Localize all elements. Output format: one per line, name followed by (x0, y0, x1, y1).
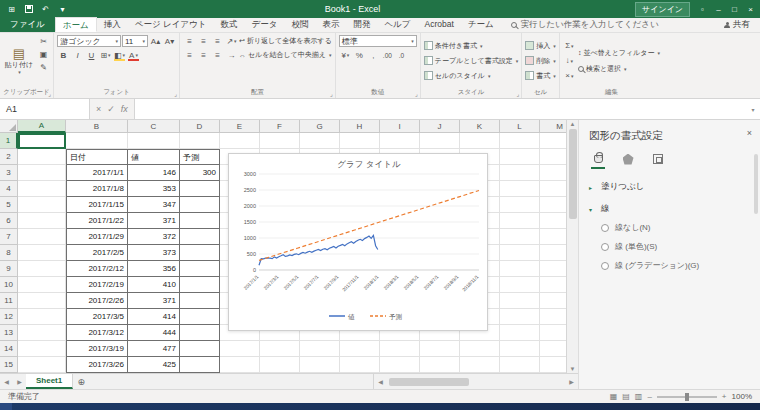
italic-button[interactable]: I (71, 49, 84, 61)
format-as-table-button[interactable]: テーブルとして書式設定▾ (424, 55, 519, 67)
wrap-text-button[interactable]: ↩ 折り返して全体を表示する (239, 35, 332, 47)
cell[interactable]: 2017/1/29 (66, 229, 128, 245)
align-bottom-icon[interactable]: ≡ (211, 35, 224, 47)
tell-me-box[interactable]: 実行したい作業を入力してください (511, 17, 659, 32)
cell[interactable] (500, 181, 540, 197)
cell[interactable] (18, 325, 66, 341)
fill-line-tab[interactable] (591, 152, 605, 166)
cell[interactable]: 2017/2/19 (66, 277, 128, 293)
row-header[interactable]: 12 (0, 309, 18, 325)
cell[interactable]: 予測 (180, 149, 220, 165)
decrease-font-icon[interactable]: A▾ (163, 35, 176, 47)
cell[interactable] (540, 357, 566, 373)
normal-view-button[interactable]: ▦ (610, 392, 618, 401)
cell[interactable]: 2017/3/5 (66, 309, 128, 325)
cell[interactable]: 2017/1/15 (66, 197, 128, 213)
vertical-scrollbar[interactable]: ▲ ▼ (566, 120, 578, 373)
cell[interactable] (500, 261, 540, 277)
align-top-icon[interactable]: ≡ (183, 35, 196, 47)
cell[interactable]: 2017/3/19 (66, 341, 128, 357)
cell[interactable] (180, 181, 220, 197)
ribbon-tab[interactable]: ページ レイアウト (128, 17, 214, 32)
column-header[interactable]: G (300, 120, 340, 133)
cell[interactable] (220, 357, 260, 373)
zoom-level[interactable]: 100% (732, 392, 752, 401)
line-section-header[interactable]: ▾ 線 (579, 196, 760, 218)
delete-cells-button[interactable]: 削除▾ (525, 55, 556, 67)
tab-file[interactable]: ファイル (0, 17, 55, 32)
cell[interactable] (340, 341, 380, 357)
decrease-decimal-icon[interactable]: .0 (395, 49, 408, 61)
ribbon-tab[interactable]: 校閲 (284, 17, 315, 32)
add-sheet-button[interactable]: ⊕ (73, 374, 89, 389)
align-right-icon[interactable]: ≡ (211, 49, 224, 61)
cell[interactable] (420, 341, 460, 357)
cell[interactable] (540, 197, 566, 213)
cell[interactable] (540, 133, 566, 149)
cell[interactable]: 2017/3/12 (66, 325, 128, 341)
cell[interactable] (260, 341, 300, 357)
cell[interactable]: 2017/1/8 (66, 181, 128, 197)
cell[interactable] (540, 341, 566, 357)
autosum-icon[interactable]: Σ▾ (563, 40, 576, 52)
number-dialog-launcher-icon[interactable]: ⌟ (415, 90, 418, 97)
cell[interactable] (18, 357, 66, 373)
increase-font-icon[interactable]: A▴ (149, 35, 162, 47)
row-header[interactable]: 15 (0, 357, 18, 373)
cell[interactable] (180, 261, 220, 277)
cell[interactable] (420, 357, 460, 373)
cell[interactable]: 477 (128, 341, 180, 357)
column-header[interactable]: F (260, 120, 300, 133)
cell[interactable] (500, 229, 540, 245)
cell[interactable] (460, 133, 500, 149)
zoom-slider-thumb[interactable] (685, 393, 689, 401)
cell[interactable]: 2017/1/1 (66, 165, 128, 181)
format-painter-icon[interactable]: ✎ (37, 61, 50, 73)
radio-option[interactable]: 線 (単色)(S) (579, 237, 760, 256)
zoom-in-button[interactable]: + (722, 392, 727, 401)
cell[interactable]: 373 (128, 245, 180, 261)
cell[interactable] (18, 181, 66, 197)
cell[interactable] (500, 133, 540, 149)
cell[interactable]: 146 (128, 165, 180, 181)
sheet-nav-left-icon[interactable]: ◀ (0, 374, 13, 389)
radio-icon[interactable] (601, 262, 609, 270)
scroll-up-icon[interactable]: ▲ (570, 121, 576, 127)
number-format-select[interactable]: 標準▾ (339, 35, 417, 47)
clipboard-dialog-launcher-icon[interactable]: ⌟ (48, 90, 51, 97)
align-left-icon[interactable]: ≡ (183, 49, 196, 61)
ribbon-tab[interactable]: 開発 (346, 17, 377, 32)
cell[interactable] (180, 277, 220, 293)
cell[interactable] (500, 213, 540, 229)
windows-taskbar[interactable] (0, 403, 760, 410)
cell[interactable] (380, 357, 420, 373)
cell[interactable] (540, 149, 566, 165)
row-header[interactable]: 14 (0, 341, 18, 357)
row-header[interactable]: 8 (0, 245, 18, 261)
cell[interactable]: 347 (128, 197, 180, 213)
radio-option[interactable]: 線 (グラデーション)(G) (579, 256, 760, 275)
signin-button[interactable]: サインイン (635, 2, 690, 17)
horizontal-scrollbar[interactable]: ◀ ▶ (373, 374, 578, 389)
pane-scroll-thumb[interactable] (754, 154, 758, 214)
column-header[interactable]: I (380, 120, 420, 133)
cell[interactable] (540, 325, 566, 341)
alignment-dialog-launcher-icon[interactable]: ⌟ (330, 90, 333, 97)
cell[interactable] (180, 293, 220, 309)
cell[interactable] (460, 357, 500, 373)
cell[interactable]: 300 (180, 165, 220, 181)
cell[interactable] (180, 309, 220, 325)
qat-dropdown-icon[interactable]: ▾ (55, 2, 70, 16)
cell[interactable] (300, 357, 340, 373)
column-header[interactable]: E (220, 120, 260, 133)
cell[interactable] (540, 293, 566, 309)
bold-button[interactable]: B (57, 49, 70, 61)
row-header[interactable]: 3 (0, 165, 18, 181)
cell[interactable]: 日付 (66, 149, 128, 165)
cell[interactable] (180, 229, 220, 245)
align-center-icon[interactable]: ≡ (197, 49, 210, 61)
cell[interactable]: 2017/2/5 (66, 245, 128, 261)
cell[interactable] (18, 309, 66, 325)
hscroll-right-icon[interactable]: ▶ (565, 378, 578, 385)
cell[interactable] (260, 133, 300, 149)
